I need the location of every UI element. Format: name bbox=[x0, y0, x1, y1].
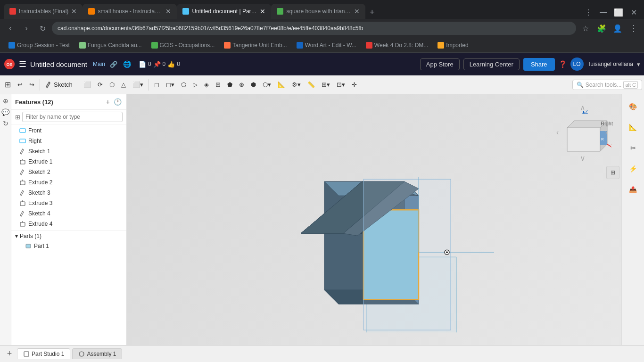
bookmark-week4[interactable]: Week 4 Do 2.8: DM... bbox=[363, 41, 431, 49]
user-dropdown-icon[interactable]: ▾ bbox=[637, 61, 640, 68]
account-button[interactable]: 👤 bbox=[611, 22, 624, 35]
help-button[interactable]: ❓ bbox=[559, 60, 567, 68]
view-cube[interactable]: Z R X bbox=[555, 102, 612, 163]
user-name[interactable]: luisangel orellana bbox=[589, 61, 633, 67]
svg-rect-4 bbox=[20, 139, 25, 143]
share-button[interactable]: Share bbox=[523, 58, 555, 71]
tree-item-extrude1[interactable]: Extrude 1 bbox=[11, 156, 126, 167]
toolbar-dropdown-3[interactable]: ⬡▾ bbox=[260, 79, 274, 90]
viewport[interactable]: Z R X bbox=[127, 94, 644, 345]
assembly-tab[interactable]: Assembly 1 bbox=[72, 348, 122, 359]
bookmark-tangerine[interactable]: Tangerine Unit Emb... bbox=[221, 41, 289, 49]
toolbar-btn-11[interactable]: ⊞ bbox=[213, 79, 223, 90]
right-icon-4[interactable]: ⚡ bbox=[625, 160, 642, 177]
tree-separator bbox=[11, 230, 126, 230]
address-input[interactable] bbox=[52, 22, 576, 35]
toolbar-btn-5[interactable]: ⬡ bbox=[107, 79, 117, 90]
reload-button[interactable]: ↻ bbox=[36, 22, 49, 35]
menu-button[interactable]: ⋮ bbox=[627, 22, 640, 35]
tab-overflow-btn[interactable]: ⋮ bbox=[582, 6, 595, 19]
tab-2-close[interactable]: ✕ bbox=[165, 8, 171, 15]
side-icon-1[interactable]: ⊕ bbox=[1, 96, 10, 106]
toolbar-btn-7[interactable]: ◻ bbox=[151, 79, 162, 90]
part-studio-label: Part Studio 1 bbox=[32, 351, 64, 357]
tree-item-extrude3[interactable]: Extrude 3 bbox=[11, 198, 126, 208]
bookmark-fungus[interactable]: Fungus Candida au... bbox=[76, 41, 145, 49]
view-cube-right-label[interactable]: Right bbox=[601, 121, 613, 126]
toolbar-btn-13[interactable]: ⊛ bbox=[236, 79, 247, 90]
toolbar-dropdown-1[interactable]: ⬜▾ bbox=[130, 79, 146, 90]
toolbar-btn-4[interactable]: ⟳ bbox=[95, 79, 106, 90]
tree-item-sketch4[interactable]: Sketch 4 bbox=[11, 208, 126, 219]
tree-item-extrude2[interactable]: Extrude 2 bbox=[11, 177, 126, 188]
tree-item-sketch3[interactable]: Sketch 3 bbox=[11, 188, 126, 198]
toolbar-btn-6[interactable]: △ bbox=[118, 79, 129, 90]
toolbar-btn-12[interactable]: ⬟ bbox=[224, 79, 235, 90]
toolbar-left-panel-btn[interactable]: ⊞ bbox=[2, 78, 14, 91]
close-window-button[interactable]: ✕ bbox=[627, 6, 640, 19]
new-tab-button[interactable]: + bbox=[365, 6, 379, 19]
toolbar-dropdown-5[interactable]: ⊞▾ bbox=[319, 79, 333, 90]
toolbar-dropdown-2[interactable]: ◻▾ bbox=[163, 79, 177, 90]
toolbar-btn-15[interactable]: 📐 bbox=[275, 79, 288, 90]
side-icon-2[interactable]: 💬 bbox=[1, 107, 10, 117]
view-settings-button[interactable]: ⊞ bbox=[606, 166, 619, 179]
tab-3[interactable]: Untitled document | Part Studio ✕ bbox=[177, 4, 271, 19]
svg-point-30 bbox=[79, 352, 84, 356]
tab-4[interactable]: square house with triangle roof ✕ bbox=[271, 4, 365, 19]
tree-item-right[interactable]: Right bbox=[11, 136, 126, 146]
toolbar-dropdown-4[interactable]: ⚙▾ bbox=[289, 79, 304, 90]
filter-input[interactable] bbox=[22, 112, 123, 122]
tab-2[interactable]: small house - Instructables ✕ bbox=[83, 4, 177, 19]
toolbar-dropdown-6[interactable]: ⊡▾ bbox=[334, 79, 348, 90]
bookmark-group-session[interactable]: Group Session - Test bbox=[6, 41, 73, 49]
tab-1-close[interactable]: ✕ bbox=[71, 8, 77, 15]
toolbar-btn-17[interactable]: ✛ bbox=[349, 79, 360, 90]
hamburger-menu[interactable]: ☰ bbox=[19, 59, 26, 69]
undo-button[interactable]: ↩ bbox=[15, 79, 25, 90]
parts-group[interactable]: ▾ Parts (1) bbox=[11, 231, 126, 241]
sketch-button[interactable]: Sketch bbox=[42, 79, 75, 90]
tree-item-sketch1[interactable]: Sketch 1 bbox=[11, 146, 126, 156]
panel-history-btn[interactable]: 🕐 bbox=[113, 97, 123, 107]
bookmark-label-3: GCIS - Occupations... bbox=[160, 42, 215, 49]
tree-item-front[interactable]: Front bbox=[11, 125, 126, 136]
extensions-button[interactable]: 🧩 bbox=[595, 22, 608, 35]
right-icon-3[interactable]: ✂ bbox=[625, 140, 642, 156]
bookmark-gcis[interactable]: GCIS - Occupations... bbox=[149, 41, 218, 49]
tree-item-extrude4[interactable]: Extrude 4 bbox=[11, 219, 126, 229]
toolbar-btn-9[interactable]: ▷ bbox=[190, 79, 200, 90]
sketch-icon-1 bbox=[19, 148, 26, 155]
side-icon-3[interactable]: ↻ bbox=[1, 119, 10, 128]
toolbar-btn-16[interactable]: 📏 bbox=[305, 79, 318, 90]
maximize-button[interactable]: ⬜ bbox=[612, 6, 625, 19]
tab-3-close[interactable]: ✕ bbox=[260, 8, 265, 15]
tree-item-sketch2[interactable]: Sketch 2 bbox=[11, 167, 126, 177]
right-icon-1[interactable]: 🎨 bbox=[625, 98, 642, 115]
tab-4-close[interactable]: ✕ bbox=[354, 8, 360, 15]
plane-icon-front bbox=[19, 127, 26, 134]
bookmark-button[interactable]: ☆ bbox=[579, 22, 592, 35]
panel-add-btn[interactable]: + bbox=[105, 97, 111, 107]
right-icon-5[interactable]: 📤 bbox=[625, 181, 642, 198]
toolbar-btn-8[interactable]: ⬠ bbox=[178, 79, 189, 90]
doc-count: 0 bbox=[148, 61, 151, 67]
bookmark-wordart[interactable]: Word Art - Edit - W... bbox=[294, 41, 359, 49]
user-avatar[interactable]: LO bbox=[570, 58, 584, 71]
bookmark-imported[interactable]: Imported bbox=[435, 41, 471, 49]
right-icon-2[interactable]: 📐 bbox=[625, 119, 642, 136]
app-store-button[interactable]: App Store bbox=[420, 58, 460, 70]
tab-1[interactable]: Instructables (Final) ✕ bbox=[4, 4, 83, 19]
add-tab-button[interactable]: + bbox=[4, 348, 15, 360]
house-model-svg bbox=[272, 115, 499, 332]
tree-item-part1[interactable]: Part 1 bbox=[11, 241, 126, 251]
toolbar-btn-3[interactable]: ⬜ bbox=[81, 79, 94, 90]
toolbar-btn-14[interactable]: ⬢ bbox=[248, 79, 259, 90]
toolbar-btn-10[interactable]: ◈ bbox=[201, 79, 212, 90]
part-studio-tab[interactable]: Part Studio 1 bbox=[17, 348, 70, 359]
minimize-button[interactable]: — bbox=[597, 6, 610, 19]
back-button[interactable]: ‹ bbox=[4, 22, 17, 35]
forward-button[interactable]: › bbox=[20, 22, 33, 35]
learning-center-button[interactable]: Learning Center bbox=[463, 58, 520, 70]
redo-button[interactable]: ↪ bbox=[26, 79, 37, 90]
